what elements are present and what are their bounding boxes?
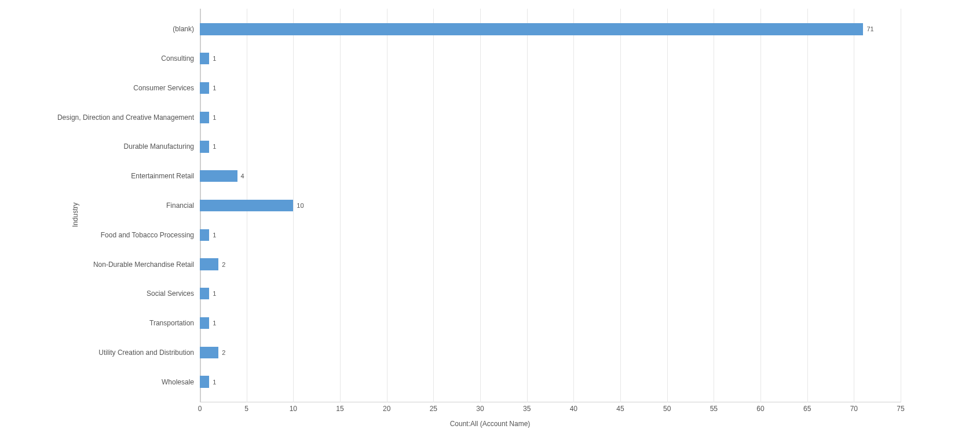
bar-value-label: 4 — [241, 173, 244, 179]
bar-value-label: 71 — [866, 25, 873, 32]
x-tick-label: 25 — [430, 405, 437, 413]
x-tick-label: 50 — [663, 405, 671, 413]
bar[interactable]: 4 — [200, 170, 237, 182]
x-tick-label: 60 — [756, 405, 764, 413]
bar-value-label: 1 — [213, 143, 216, 150]
bar-row: 71 — [200, 23, 901, 35]
bar[interactable]: 2 — [200, 347, 218, 358]
y-tick-label: Consulting — [161, 54, 194, 63]
bar-value-label: 1 — [213, 85, 216, 91]
x-tick-label: 40 — [570, 405, 577, 413]
bar-row: 1 — [200, 141, 901, 152]
bar-row: 2 — [200, 258, 901, 270]
bar[interactable]: 1 — [200, 229, 209, 241]
x-tick-label: 15 — [336, 405, 343, 413]
x-tick-label: 0 — [198, 405, 202, 413]
bar-row: 1 — [200, 82, 901, 94]
bar-row: 1 — [200, 376, 901, 387]
y-tick-label: Financial — [166, 201, 194, 210]
bar[interactable]: 1 — [200, 317, 209, 329]
bar-value-label: 1 — [213, 55, 216, 62]
bar-value-label: 2 — [222, 349, 225, 356]
bar-value-label: 2 — [222, 261, 225, 268]
bar-row: 1 — [200, 53, 901, 64]
bar-row: 10 — [200, 200, 901, 211]
bar[interactable]: 71 — [200, 23, 863, 35]
y-tick-label: Food and Tobacco Processing — [101, 231, 194, 239]
bar[interactable]: 1 — [200, 53, 209, 64]
bar[interactable]: 1 — [200, 141, 209, 152]
x-tick-label: 55 — [710, 405, 718, 413]
y-tick-label: Consumer Services — [133, 84, 194, 92]
y-tick-label: Design, Direction and Creative Managemen… — [57, 113, 194, 122]
y-axis-title: Industry — [71, 202, 79, 227]
bar-value-label: 1 — [213, 232, 216, 239]
y-tick-label: Non-Durable Merchandise Retail — [93, 261, 194, 269]
bar[interactable]: 1 — [200, 82, 209, 94]
x-tick-label: 70 — [850, 405, 858, 413]
x-tick-label: 20 — [383, 405, 390, 413]
bar-value-label: 1 — [213, 290, 216, 297]
gridline — [901, 9, 901, 402]
y-tick-label: Durable Manufacturing — [124, 142, 194, 151]
bar-value-label: 1 — [213, 114, 216, 121]
y-tick-label: Utility Creation and Distribution — [98, 349, 194, 357]
bar-row: 2 — [200, 347, 901, 358]
x-tick-label: 65 — [803, 405, 811, 413]
bar[interactable]: 1 — [200, 376, 209, 387]
bar-value-label: 1 — [213, 320, 216, 327]
x-tick-label: 35 — [523, 405, 531, 413]
bar[interactable]: 10 — [200, 200, 293, 211]
x-axis-line — [200, 402, 901, 402]
x-tick-label: 30 — [476, 405, 484, 413]
y-tick-label: Transportation — [149, 319, 194, 327]
y-tick-label: Entertainment Retail — [131, 172, 194, 180]
plot-area: 051015202530354045505560657075(blank)71C… — [200, 9, 901, 402]
bar[interactable]: 1 — [200, 288, 209, 299]
bar[interactable]: 2 — [200, 258, 218, 270]
bar-row: 1 — [200, 288, 901, 299]
bar-row: 1 — [200, 112, 901, 123]
bar-value-label: 1 — [213, 379, 216, 386]
y-tick-label: (blank) — [173, 25, 194, 33]
x-tick-label: 10 — [290, 405, 297, 413]
x-axis-title: Count:All (Account Name) — [450, 420, 531, 428]
bar-row: 1 — [200, 317, 901, 329]
bar-value-label: 10 — [297, 202, 303, 209]
bar-row: 1 — [200, 229, 901, 241]
y-tick-label: Social Services — [147, 289, 194, 298]
industry-bar-chart: Industry 051015202530354045505560657075(… — [0, 0, 980, 429]
bar-row: 4 — [200, 170, 901, 182]
x-tick-label: 75 — [897, 405, 904, 413]
bar[interactable]: 1 — [200, 112, 209, 123]
y-tick-label: Wholesale — [162, 378, 194, 386]
x-tick-label: 45 — [616, 405, 624, 413]
x-tick-label: 5 — [244, 405, 248, 413]
